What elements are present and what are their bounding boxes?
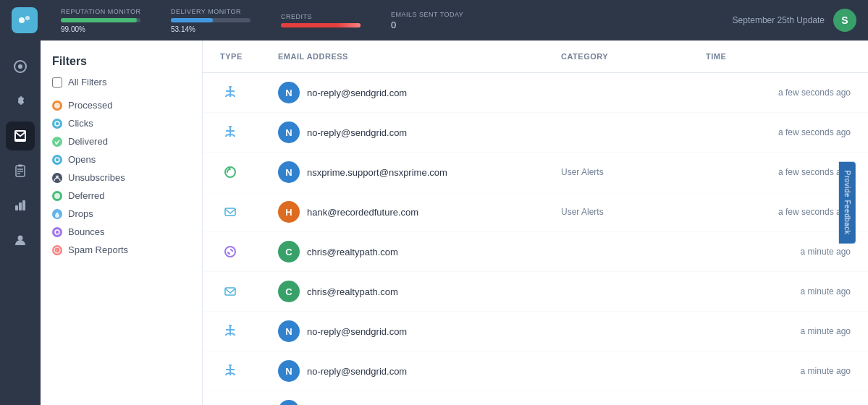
filter-item-drops[interactable]: Drops (52, 205, 190, 223)
icon-nav (0, 40, 41, 405)
table-row[interactable]: N no-reply@sendgrid.com a few seconds ag… (203, 73, 868, 113)
credits-bar-container (281, 23, 361, 27)
email-address: chris@realtypath.com (307, 286, 398, 297)
spam-dot: ! (52, 245, 62, 255)
email-address: nsxprime.support@nsxprime.com (307, 167, 447, 178)
email-cell: N nsxprime.support@nsxprime.com (278, 400, 561, 405)
deferred-dot (52, 191, 62, 201)
filter-all-filters[interactable]: All Filters (52, 77, 190, 88)
user-avatar[interactable]: S (833, 9, 856, 32)
filter-label-spam: Spam Reports (68, 244, 128, 255)
svg-point-15 (55, 122, 59, 126)
svg-rect-27 (225, 288, 235, 295)
svg-point-14 (54, 103, 60, 108)
type-icon (220, 321, 240, 341)
table-body: N no-reply@sendgrid.com a few seconds ag… (203, 73, 868, 405)
email-address: no-reply@sendgrid.com (307, 88, 407, 98)
email-cell: N no-reply@sendgrid.com (278, 122, 561, 143)
email-cell: N nsxprime.support@nsxprime.com (278, 161, 561, 183)
filter-label-unsubscribes: Unsubscribes (68, 172, 125, 183)
filter-label-deferred: Deferred (68, 190, 105, 201)
filter-item-processed[interactable]: Processed (52, 96, 190, 114)
svg-text:!: ! (56, 248, 58, 252)
reputation-bar (61, 18, 137, 22)
type-icon (220, 401, 240, 405)
email-cell: C chris@realtypath.com (278, 281, 561, 302)
table-row[interactable]: N no-reply@sendgrid.com a minute ago (203, 351, 868, 391)
delivery-label: DELIVERY MONITOR (171, 8, 258, 15)
time-text: a minute ago (706, 326, 851, 336)
filter-item-opens[interactable]: Opens (52, 150, 190, 169)
feedback-button[interactable]: Provide Feedback (839, 162, 856, 244)
email-avatar: N (278, 122, 300, 143)
filter-item-spam[interactable]: ! Spam Reports (52, 241, 190, 259)
col-category: CATEGORY (561, 52, 706, 61)
nav-item-activity[interactable] (6, 52, 35, 81)
sidebar-filters: Filters All Filters Processed Clicks Del… (41, 40, 203, 405)
nav-item-clipboard[interactable] (6, 156, 35, 185)
filter-label-processed: Processed (68, 100, 112, 111)
delivery-value: 53.14% (171, 25, 258, 33)
svg-rect-25 (225, 208, 235, 216)
nav-item-mail[interactable] (6, 122, 35, 150)
type-icon (220, 122, 240, 142)
svg-point-26 (225, 247, 235, 257)
filter-item-deferred[interactable]: Deferred (52, 187, 190, 205)
type-icon (220, 361, 240, 381)
table-row[interactable]: H hank@recordedfuture.com User Alerts a … (203, 192, 868, 232)
email-cell: N no-reply@sendgrid.com (278, 320, 561, 342)
time-text: a minute ago (706, 286, 851, 297)
col-time: TIME (706, 52, 851, 61)
filter-label-opens: Opens (68, 154, 96, 165)
svg-point-16 (55, 158, 59, 162)
table-row[interactable]: N nsxprime.support@nsxprime.com User Ale… (203, 153, 868, 192)
email-avatar: N (278, 82, 300, 103)
topbar-right: September 25th Update S (733, 9, 856, 32)
nav-item-chart[interactable] (6, 191, 35, 220)
emails-sent-block: EMAILS SENT TODAY 0 (391, 11, 463, 30)
email-avatar: N (278, 400, 300, 405)
filter-item-clicks[interactable]: Clicks (52, 114, 190, 132)
topbar: REPUTATION MONITOR 99.00% DELIVERY MONIT… (0, 0, 868, 40)
filter-label-delivered: Delivered (68, 136, 108, 147)
svg-rect-12 (22, 200, 25, 210)
type-icon (220, 202, 240, 222)
nav-item-user[interactable] (6, 226, 35, 255)
reputation-label: REPUTATION MONITOR (61, 8, 148, 15)
app-logo[interactable] (12, 7, 38, 33)
filter-item-bounces[interactable]: Bounces (52, 223, 190, 241)
emails-sent-label: EMAILS SENT TODAY (391, 11, 463, 18)
email-address: no-reply@sendgrid.com (307, 366, 407, 377)
email-avatar: N (278, 360, 300, 382)
type-icon (220, 82, 240, 103)
time-text: a few seconds ago (706, 167, 851, 177)
content-area: TYPE EMAIL ADDRESS CATEGORY TIME N no-re… (203, 40, 868, 405)
type-icon (220, 242, 240, 262)
email-avatar: N (278, 161, 300, 183)
time-text: a few seconds ago (706, 127, 851, 137)
category-text: User Alerts (561, 207, 706, 217)
delivery-monitor: DELIVERY MONITOR 53.14% (171, 8, 258, 33)
delivered-dot (52, 137, 62, 147)
all-filters-checkbox[interactable] (52, 77, 62, 88)
svg-point-4 (18, 64, 22, 69)
credits-monitor: CREDITS (281, 13, 368, 27)
credits-label: CREDITS (281, 13, 368, 20)
table-row[interactable]: C chris@realtypath.com a minute ago (203, 232, 868, 272)
col-type: TYPE (220, 52, 278, 61)
opens-dot (52, 155, 62, 165)
table-row[interactable]: C chris@realtypath.com a minute ago (203, 272, 868, 312)
filter-label-drops: Drops (68, 208, 93, 219)
email-cell: N no-reply@sendgrid.com (278, 82, 561, 103)
filter-item-unsubscribes[interactable]: Unsubscribes (52, 169, 190, 187)
email-avatar: C (278, 241, 300, 263)
svg-rect-6 (18, 165, 22, 167)
filter-item-delivered[interactable]: Delivered (52, 132, 190, 150)
nav-item-settings[interactable] (6, 87, 35, 116)
table-row[interactable]: N no-reply@sendgrid.com a few seconds ag… (203, 113, 868, 153)
table-row[interactable]: N nsxprime.support@nsxprime.com User Ale… (203, 391, 868, 405)
delivery-bar-container (171, 18, 250, 22)
email-cell: N no-reply@sendgrid.com (278, 360, 561, 382)
main-layout: Filters All Filters Processed Clicks Del… (0, 40, 868, 405)
table-row[interactable]: N no-reply@sendgrid.com a minute ago (203, 312, 868, 351)
